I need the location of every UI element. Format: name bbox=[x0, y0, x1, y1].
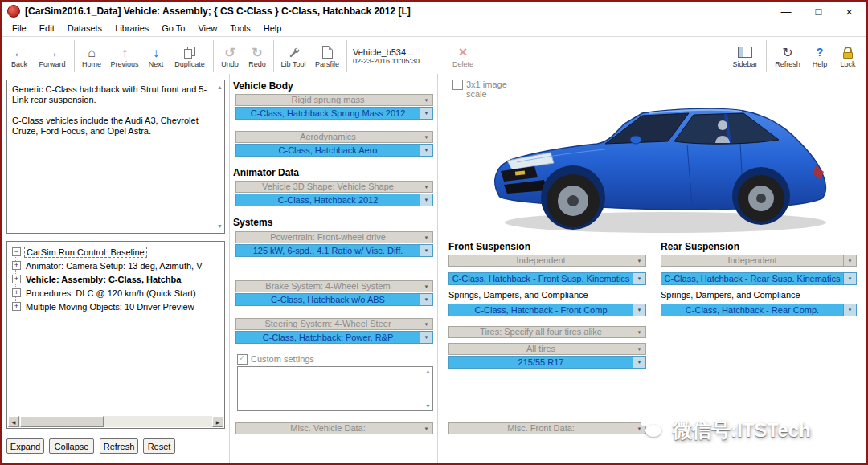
menu-file[interactable]: File bbox=[6, 22, 33, 35]
vehicle-shape-dataset-link[interactable]: C-Class, Hatchback 2012 ▼ bbox=[235, 194, 433, 206]
dropdown-arrow-icon[interactable]: ▼ bbox=[420, 194, 432, 206]
scroll-up-icon[interactable]: ▲ bbox=[217, 82, 223, 92]
expand-button[interactable]: Expand bbox=[6, 438, 44, 454]
rear-compliance-dataset-link[interactable]: C-Class, Hatchback - Rear Comp. ▼ bbox=[661, 304, 857, 316]
expand-toggle-icon[interactable]: + bbox=[12, 261, 21, 270]
dropdown-arrow-icon[interactable]: ▼ bbox=[420, 294, 432, 305]
sprung-mass-dataset-link[interactable]: C-Class, Hatchback Sprung Mass 2012 ▼ bbox=[235, 107, 433, 120]
lock-button[interactable]: Lock bbox=[833, 38, 862, 75]
refresh-button[interactable]: ↻ Refresh bbox=[769, 38, 806, 75]
dropdown-arrow-icon[interactable]: ▼ bbox=[633, 327, 645, 337]
dropdown-arrow-icon[interactable]: ▼ bbox=[633, 344, 645, 354]
sidebar-button[interactable]: Sidebar bbox=[727, 38, 764, 75]
dropdown-arrow-icon[interactable]: ▼ bbox=[420, 281, 432, 292]
dropdown-arrow-icon[interactable]: ▼ bbox=[633, 304, 645, 316]
scroll-down-icon[interactable]: ▼ bbox=[217, 221, 223, 231]
dropdown-arrow-icon[interactable]: ▼ bbox=[420, 232, 432, 243]
dropdown-arrow-icon[interactable]: ▼ bbox=[420, 182, 432, 192]
tires-category[interactable]: Tires: Specify all four tires alike ▼ bbox=[448, 326, 646, 338]
misc-front-data-category[interactable]: Misc. Front Data: ▼ bbox=[448, 422, 646, 434]
parsfile-button[interactable]: Parsfile bbox=[310, 38, 344, 75]
tree-item-moving-objects[interactable]: + Multiple Moving Objects: 10 Driver Pre… bbox=[7, 300, 224, 313]
menu-tools[interactable]: Tools bbox=[223, 22, 257, 35]
collapse-toggle-icon[interactable]: − bbox=[12, 247, 21, 256]
rear-suspension-type[interactable]: Independent ▼ bbox=[661, 255, 857, 267]
reset-button[interactable]: Reset bbox=[143, 438, 175, 454]
brake-dataset-link[interactable]: C-Class, Hatchback w/o ABS ▼ bbox=[235, 293, 433, 306]
scroll-down-icon[interactable]: ▼ bbox=[425, 403, 431, 409]
dropdown-arrow-icon[interactable]: ▼ bbox=[420, 108, 432, 119]
dropdown-arrow-icon[interactable]: ▼ bbox=[843, 304, 856, 316]
delete-button[interactable]: × Delete bbox=[447, 38, 479, 75]
tree-item-run-control[interactable]: − CarSim Run Control: Baseline bbox=[7, 245, 224, 259]
scrollbar-thumb[interactable] bbox=[20, 416, 104, 427]
dropdown-arrow-icon[interactable]: ▼ bbox=[633, 423, 645, 434]
dropdown-arrow-icon[interactable]: ▼ bbox=[633, 357, 645, 368]
scroll-right-icon[interactable]: ▶ bbox=[212, 416, 223, 427]
menu-datasets[interactable]: Datasets bbox=[61, 22, 108, 35]
rear-kinematics-dataset-link[interactable]: C-Class, Hatchback - Rear Susp. Kinemati… bbox=[661, 272, 857, 285]
misc-vehicle-data-category[interactable]: Misc. Vehicle Data: ▼ bbox=[235, 422, 433, 434]
front-kinematics-dataset-link[interactable]: C-Class, Hatchback - Front Susp. Kinemat… bbox=[448, 272, 646, 285]
expand-toggle-icon[interactable]: + bbox=[12, 302, 21, 311]
front-suspension-type[interactable]: Independent ▼ bbox=[448, 255, 646, 267]
menu-libraries[interactable]: Libraries bbox=[108, 22, 155, 35]
brake-system-category[interactable]: Brake System: 4-Wheel System ▼ bbox=[235, 280, 433, 292]
dropdown-arrow-icon[interactable]: ▼ bbox=[420, 145, 432, 156]
tires-scope[interactable]: All tires ▼ bbox=[448, 343, 646, 355]
home-button[interactable]: ⌂ Home bbox=[77, 38, 106, 75]
horizontal-scrollbar[interactable]: ◀ ▶ bbox=[8, 416, 223, 427]
dropdown-arrow-icon[interactable]: ▼ bbox=[420, 319, 432, 329]
dropdown-arrow-icon[interactable]: ▼ bbox=[420, 95, 432, 105]
dropdown-arrow-icon[interactable]: ▼ bbox=[843, 255, 856, 266]
rigid-sprung-mass-category[interactable]: Rigid sprung mass ▼ bbox=[235, 94, 433, 106]
dropdown-arrow-icon[interactable]: ▼ bbox=[843, 273, 856, 284]
front-compliance-dataset-link[interactable]: C-Class, Hatchback - Front Comp ▼ bbox=[448, 304, 646, 316]
dropdown-arrow-icon[interactable]: ▼ bbox=[633, 273, 645, 284]
tree-item-procedures[interactable]: + Procedures: DLC @ 120 km/h (Quick Star… bbox=[7, 286, 224, 300]
scroll-up-icon[interactable]: ▲ bbox=[425, 369, 431, 374]
menu-goto[interactable]: Go To bbox=[155, 22, 191, 35]
dataset-notes-area[interactable]: Generic C-Class hatchback with Strut fro… bbox=[6, 80, 225, 234]
maximize-icon[interactable]: □ bbox=[815, 6, 821, 18]
custom-settings-textarea[interactable]: ▲ ▼ bbox=[237, 366, 433, 411]
dropdown-arrow-icon[interactable]: ▼ bbox=[420, 332, 432, 343]
back-button[interactable]: ← Back bbox=[6, 38, 33, 75]
forward-button[interactable]: → Forward bbox=[33, 38, 72, 75]
powertrain-dataset-link[interactable]: 125 kW, 6-spd., 4.1 Ratio w/ Visc. Diff.… bbox=[235, 244, 433, 257]
custom-settings-checkbox[interactable] bbox=[237, 354, 248, 365]
undo-button[interactable]: ↺ Undo bbox=[216, 38, 244, 75]
dropdown-arrow-icon[interactable]: ▼ bbox=[633, 255, 645, 266]
menu-help[interactable]: Help bbox=[257, 22, 289, 35]
previous-button[interactable]: ↑ Previous bbox=[106, 38, 143, 75]
duplicate-button[interactable]: Duplicate bbox=[169, 38, 211, 75]
expand-toggle-icon[interactable]: + bbox=[12, 275, 21, 283]
lib-tool-button[interactable]: Lib Tool bbox=[276, 38, 310, 75]
menu-edit[interactable]: Edit bbox=[33, 22, 61, 35]
help-button[interactable]: ? Help bbox=[806, 38, 833, 75]
steering-dataset-link[interactable]: C-Class, Hatchback: Power, R&P ▼ bbox=[235, 331, 433, 344]
tire-dataset-link[interactable]: 215/55 R17 ▼ bbox=[448, 356, 646, 369]
menu-view[interactable]: View bbox=[191, 22, 223, 35]
aerodynamics-category[interactable]: Aerodynamics ▼ bbox=[235, 131, 433, 143]
image-scale-checkbox[interactable] bbox=[452, 80, 463, 90]
close-icon[interactable]: × bbox=[845, 5, 853, 18]
redo-button[interactable]: ↻ Redo bbox=[244, 38, 271, 75]
tree-item-vehicle[interactable]: + Vehicle: Assembly: C-Class, Hatchba bbox=[7, 272, 224, 286]
dataset-info[interactable]: Vehicle_b534... 02-23-2016 11:05:30 bbox=[350, 38, 441, 75]
dropdown-arrow-icon[interactable]: ▼ bbox=[420, 423, 432, 434]
next-button[interactable]: ↓ Next bbox=[143, 38, 169, 75]
tree-item-animator[interactable]: + Animator: Camera Setup: 13 deg, Azimut… bbox=[7, 259, 224, 272]
refresh-tree-button[interactable]: Refresh bbox=[100, 438, 138, 454]
scroll-left-icon[interactable]: ◀ bbox=[8, 416, 19, 427]
powertrain-category[interactable]: Powertrain: Front-wheel drive ▼ bbox=[235, 231, 433, 243]
expand-toggle-icon[interactable]: + bbox=[12, 288, 21, 297]
custom-settings-option[interactable]: Custom settings bbox=[237, 354, 314, 365]
dropdown-arrow-icon[interactable]: ▼ bbox=[420, 132, 432, 142]
steering-system-category[interactable]: Steering System: 4-Wheel Steer ▼ bbox=[235, 318, 433, 330]
aero-dataset-link[interactable]: C-Class, Hatchback Aero ▼ bbox=[235, 144, 433, 157]
collapse-button[interactable]: Collapse bbox=[49, 438, 94, 454]
minimize-icon[interactable]: — bbox=[780, 6, 791, 18]
dropdown-arrow-icon[interactable]: ▼ bbox=[420, 245, 432, 256]
vehicle-3d-shape-category[interactable]: Vehicle 3D Shape: Vehicle Shape ▼ bbox=[235, 181, 433, 193]
